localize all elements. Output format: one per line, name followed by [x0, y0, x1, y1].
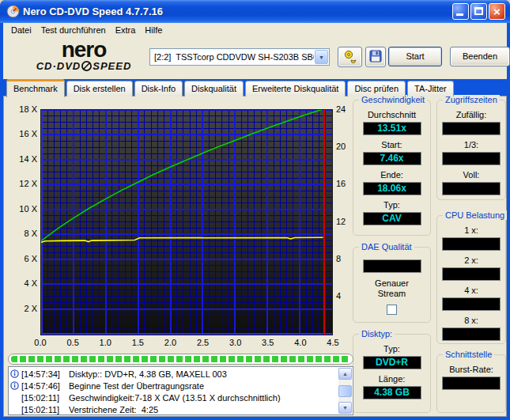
cd-dvd-speed-logo-text: CD·DVD SPEED [22, 60, 145, 72]
y-axis-left-tick: 2 X [12, 304, 37, 313]
y-axis-right-tick: 12 [336, 217, 355, 226]
window-title: Nero CD-DVD Speed 4.7.7.16 [23, 6, 451, 17]
access-field: Zufällig: [437, 110, 505, 135]
eject-disc-icon [343, 50, 357, 63]
start-value: 7.46x [363, 152, 421, 165]
cpu-usage-panel: CPU Belastung 1 x:2 x:4 x:8 x: [436, 215, 506, 344]
log-message: Disktyp:: DVD+R, 4.38 GB, MAXELL 003 [69, 369, 351, 379]
logo-sub-left: CD·DVD [36, 60, 81, 72]
tab-diskqualitat[interactable]: Diskqualität [184, 81, 244, 96]
scroll-down-button[interactable]: ▼ [338, 402, 352, 414]
close-button[interactable]: × [489, 3, 505, 20]
info-icon [10, 381, 21, 390]
interface-panel-title: Schnittstelle [443, 350, 494, 359]
x-axis-tick: 1.0 [93, 338, 117, 347]
speed-field: Ende:18.06x [353, 170, 430, 195]
log-icon-spacer [10, 405, 21, 414]
app-icon [6, 5, 20, 18]
8-x-value [442, 327, 501, 341]
8-x-label: 8 x: [464, 316, 478, 326]
speed-field: Typ:CAV [353, 200, 430, 225]
disc-logo-icon [81, 61, 92, 71]
tab-disk-info[interactable]: Disk-Info [134, 81, 183, 96]
voll-label: Voll: [463, 170, 480, 180]
iface-field: Burst-Rate: [437, 365, 505, 390]
minimize-button[interactable] [452, 3, 469, 20]
quit-button[interactable]: Beenden [450, 47, 510, 66]
menu-item-datei[interactable]: Datei [6, 24, 36, 36]
cpu-usage-panel-title: CPU Belastung [443, 210, 507, 220]
lange-label: Länge: [379, 374, 406, 384]
tab-erweiterte-diskqualitat[interactable]: Erweiterte Diskqualität [245, 81, 346, 96]
access-field: Voll: [437, 170, 505, 195]
y-axis-right-tick: 8 [336, 254, 355, 263]
log-list[interactable]: [14:57:34]Disktyp:: DVD+R, 4.38 GB, MAXE… [8, 366, 353, 415]
tab-disc-prufen[interactable]: Disc prüfen [347, 81, 406, 96]
lange-value: 4.38 GB [363, 386, 421, 399]
drive-select[interactable]: [2:2] TSSTcorp CDDVDW SH-S203B SB04 ▼ [149, 48, 330, 66]
ende-value: 18.06x [363, 182, 421, 195]
log-message: Geschwindigkeit:7-18 X CAV (13.51 X durc… [69, 393, 351, 403]
start-label: Start: [381, 140, 402, 150]
speed-field: Durchschnitt13.51x [353, 110, 430, 135]
cpu-field: 2 x: [437, 255, 505, 281]
eject-disc-button[interactable] [338, 47, 362, 67]
y-axis-left-tick: 4 X [12, 278, 37, 288]
menu-item-extra[interactable]: Extra [111, 24, 141, 36]
log-timestamp: [15:02:11] [21, 393, 69, 403]
menu-item-test-durchfuhren[interactable]: Test durchführen [36, 24, 111, 36]
progress-bar-fill [11, 356, 350, 362]
1-x-value [442, 237, 501, 251]
log-message: Verstrichene Zeit: 4:25 [69, 405, 351, 414]
y-axis-left-tick: 12 X [12, 179, 37, 188]
cpu-field: 8 x: [437, 316, 505, 341]
log-entry: [15:02:11]Geschwindigkeit:7-18 X CAV (13… [10, 392, 351, 403]
2-x-label: 2 x: [464, 255, 478, 266]
x-axis-tick: 0.0 [28, 338, 52, 347]
tab-ta-jitter[interactable]: TA-Jitter [407, 81, 454, 96]
x-axis-tick: 2.0 [158, 338, 182, 347]
x-axis-tick: 1.5 [126, 338, 149, 347]
progress-bar [8, 354, 353, 365]
maximize-button[interactable] [470, 3, 487, 20]
4-x-value [442, 297, 501, 311]
dae-panel-title: DAE Qualität [359, 242, 414, 252]
disc-type-panel-title: Disktyp: [359, 329, 395, 339]
disctype-field: Typ:DVD+R [353, 344, 430, 369]
log-rows: [14:57:34]Disktyp:: DVD+R, 4.38 GB, MAXE… [10, 368, 351, 415]
y-axis-right-tick: 4 [336, 291, 355, 301]
tab-benchmark[interactable]: Benchmark [6, 79, 65, 97]
durchschnitt-value: 13.51x [363, 122, 421, 135]
access-field: 1/3: [437, 140, 505, 165]
scroll-up-button[interactable]: ▲ [338, 368, 352, 380]
y-axis-right-tick: 20 [336, 142, 355, 151]
nero-logo-text: nero [22, 40, 145, 60]
tab-bar: BenchmarkDisk erstellenDisk-InfoDiskqual… [6, 79, 455, 96]
x-axis-tick: 4.5 [321, 338, 345, 347]
cpu-field: 4 x: [437, 286, 505, 311]
save-button[interactable] [365, 47, 386, 67]
typ-label: Typ: [383, 200, 400, 210]
chevron-down-icon[interactable]: ▼ [315, 50, 328, 64]
minimize-icon [456, 13, 463, 16]
access-times-panel: Zugriffszeiten Zufällig:1/3:Voll: [436, 100, 506, 200]
burst-rate-value [442, 376, 501, 390]
log-entry: [14:57:46]Beginne Test der Übertragungsr… [10, 380, 351, 392]
zufallig-label: Zufällig: [456, 110, 487, 120]
x-axis-tick: 3.0 [224, 338, 247, 347]
accurate-stream-checkbox[interactable] [387, 305, 397, 315]
dae-quality-panel: DAE Qualität Genauer Stream [353, 247, 431, 323]
1-3-value [442, 152, 501, 165]
toolbar: nero CD·DVD SPEED [2:2] TSSTcorp CDDVDW … [3, 38, 507, 79]
2-x-value [442, 267, 501, 281]
y-axis-left-tick: 14 X [12, 154, 37, 164]
read-speed-line [41, 110, 323, 241]
scrollbar-thumb[interactable] [338, 385, 352, 397]
start-button[interactable]: Start [388, 47, 442, 66]
logo-sub-right: SPEED [93, 60, 131, 72]
titlebar[interactable]: Nero CD-DVD Speed 4.7.7.16 × [0, 0, 510, 23]
menu-item-hilfe[interactable]: Hilfe [140, 24, 167, 36]
tab-disk-erstellen[interactable]: Disk erstellen [66, 81, 133, 96]
chart-canvas [41, 110, 332, 335]
log-scrollbar[interactable]: ▲ ▼ [338, 368, 352, 414]
